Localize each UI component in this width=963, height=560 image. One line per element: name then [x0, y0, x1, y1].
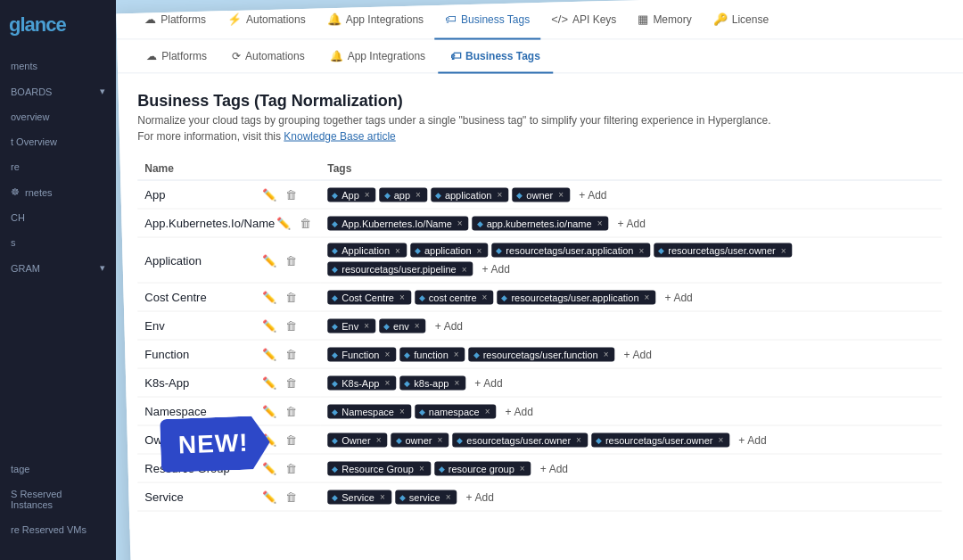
sidebar-item-ch[interactable]: CH [0, 205, 116, 230]
tag-remove-button[interactable]: × [482, 292, 488, 302]
delete-button[interactable]: 🗑 [298, 215, 313, 232]
tag-remove-button[interactable]: × [645, 292, 650, 302]
tag-remove-button[interactable]: × [380, 492, 385, 502]
knowledge-base-link[interactable]: Knowledge Base article [284, 130, 395, 143]
tag-remove-button[interactable]: × [597, 218, 603, 228]
tag-remove-button[interactable]: × [364, 321, 369, 331]
tag-chip: ◆resourcetags/user.pipeline× [327, 262, 473, 276]
tag-remove-button[interactable]: × [457, 218, 463, 228]
table-row: Namespace ✏️ 🗑 ◆Namespace×◆namespace×+ A… [137, 397, 942, 425]
tag-remove-button[interactable]: × [520, 464, 525, 474]
tag-remove-button[interactable]: × [384, 378, 390, 388]
sidebar-item-re[interactable]: re [0, 154, 116, 179]
tag-remove-button[interactable]: × [497, 190, 502, 200]
add-tag-button[interactable]: + Add [460, 489, 498, 505]
add-tag-button[interactable]: + Add [500, 403, 539, 419]
delete-button[interactable]: 🗑 [284, 432, 299, 449]
nav-item-memory[interactable]: ▦ Memory [627, 1, 702, 40]
delete-button[interactable]: 🗑 [284, 375, 299, 391]
tag-remove-button[interactable]: × [462, 264, 467, 274]
sidebar-label: tage [11, 464, 29, 474]
tag-remove-button[interactable]: × [485, 407, 490, 416]
sidebar-item-kubernetes[interactable]: ☸ rnetes [0, 179, 116, 205]
tag-label: function [414, 349, 449, 359]
tag-remove-button[interactable]: × [384, 350, 390, 359]
add-tag-button[interactable]: + Add [659, 289, 697, 305]
nav-item-api-keys[interactable]: </> API Keys [540, 1, 627, 40]
nav-item-automations[interactable]: ⚡ Automations [217, 1, 317, 40]
row-name: Function [144, 348, 260, 361]
delete-button[interactable]: 🗑 [284, 186, 299, 203]
tags-container: ◆App.Kubernetes.Io/Name×◆app.kubernetes.… [327, 215, 934, 231]
tag-remove-button[interactable]: × [395, 245, 400, 255]
edit-button[interactable]: ✏️ [260, 186, 278, 203]
edit-button[interactable]: ✏️ [260, 251, 278, 268]
tag-remove-button[interactable]: × [558, 190, 564, 200]
tag-remove-button[interactable]: × [638, 245, 644, 255]
tag-remove-button[interactable]: × [576, 435, 581, 445]
add-tag-button[interactable]: + Add [733, 432, 771, 448]
delete-button[interactable]: 🗑 [284, 317, 299, 334]
edit-button[interactable]: ✏️ [260, 460, 278, 477]
tag-remove-button[interactable]: × [781, 245, 786, 255]
sidebar-item-tage[interactable]: tage [0, 457, 116, 482]
delete-button[interactable]: 🗑 [284, 289, 299, 306]
tag-remove-button[interactable]: × [437, 435, 442, 445]
nav-item-business-tags[interactable]: 🏷 Business Tags [434, 1, 540, 40]
edit-button[interactable]: ✏️ [260, 403, 278, 420]
nav-item-platforms[interactable]: ☁ Platforms [134, 1, 217, 39]
edit-button[interactable]: ✏️ [275, 215, 292, 232]
tag-diamond-icon: ◆ [516, 190, 523, 199]
add-tag-button[interactable]: + Add [573, 186, 612, 202]
tag-remove-button[interactable]: × [604, 350, 609, 359]
add-tag-button[interactable]: + Add [535, 460, 573, 476]
edit-button[interactable]: ✏️ [260, 289, 278, 306]
sub-nav-platforms[interactable]: ☁ Platforms [134, 39, 219, 73]
edit-button[interactable]: ✏️ [260, 375, 278, 391]
sidebar-item-overview[interactable]: overview [0, 104, 116, 129]
edit-button[interactable]: ✏️ [260, 317, 278, 334]
sub-nav-business-tags[interactable]: 🏷 Business Tags [438, 39, 553, 73]
delete-button[interactable]: 🗑 [284, 403, 299, 420]
delete-button[interactable]: 🗑 [284, 489, 299, 506]
tag-remove-button[interactable]: × [419, 464, 424, 474]
delete-button[interactable]: 🗑 [284, 346, 299, 363]
tag-remove-button[interactable]: × [454, 350, 459, 359]
sidebar-item-cost-overview[interactable]: t Overview [0, 129, 116, 154]
tag-remove-button[interactable]: × [415, 321, 420, 331]
tag-remove-button[interactable]: × [399, 292, 405, 302]
sidebar-item-gram[interactable]: GRAM [0, 255, 116, 281]
sub-nav-automations[interactable]: ⟳ Automations [219, 39, 317, 73]
tag-chip: ◆resourcetags/user.function× [469, 347, 615, 361]
sidebar-item-reserved-instances[interactable]: S Reserved Instances [0, 482, 116, 517]
tag-remove-button[interactable]: × [416, 190, 421, 200]
edit-button[interactable]: ✏️ [260, 346, 278, 363]
add-tag-button[interactable]: + Add [469, 375, 507, 391]
tag-chip: ◆Application× [327, 243, 407, 258]
sidebar-item-boards[interactable]: BOARDS [0, 78, 116, 104]
content-panel: ☁ Platforms ⚡ Automations 🔔 App Integrat… [116, 0, 963, 560]
tag-label: Resource Group [342, 463, 414, 474]
add-tag-button[interactable]: + Add [613, 215, 651, 231]
sidebar-item-s[interactable]: s [0, 230, 116, 255]
tag-remove-button[interactable]: × [718, 435, 723, 445]
row-tags-cell: ◆Namespace×◆namespace×+ Add [320, 397, 942, 425]
nav-item-app-integrations[interactable]: 🔔 App Integrations [317, 1, 434, 40]
tag-remove-button[interactable]: × [399, 407, 405, 416]
delete-button[interactable]: 🗑 [284, 460, 299, 477]
edit-button[interactable]: ✏️ [260, 489, 278, 506]
sidebar-label: re Reserved VMs [11, 524, 86, 535]
nav-item-license[interactable]: 🔑 License [703, 1, 779, 40]
tag-remove-button[interactable]: × [365, 190, 370, 200]
add-tag-button[interactable]: + Add [430, 317, 468, 334]
tag-remove-button[interactable]: × [454, 378, 459, 388]
tag-remove-button[interactable]: × [477, 245, 482, 255]
add-tag-button[interactable]: + Add [619, 346, 657, 362]
sidebar-item-reserved-vms[interactable]: re Reserved VMs [0, 517, 116, 542]
tag-remove-button[interactable]: × [376, 435, 382, 445]
sidebar-item-ments[interactable]: ments [0, 54, 116, 78]
add-tag-button[interactable]: + Add [477, 261, 515, 277]
delete-button[interactable]: 🗑 [284, 251, 299, 268]
sub-nav-app-integrations[interactable]: 🔔 App Integrations [317, 39, 438, 73]
tag-remove-button[interactable]: × [446, 492, 451, 502]
